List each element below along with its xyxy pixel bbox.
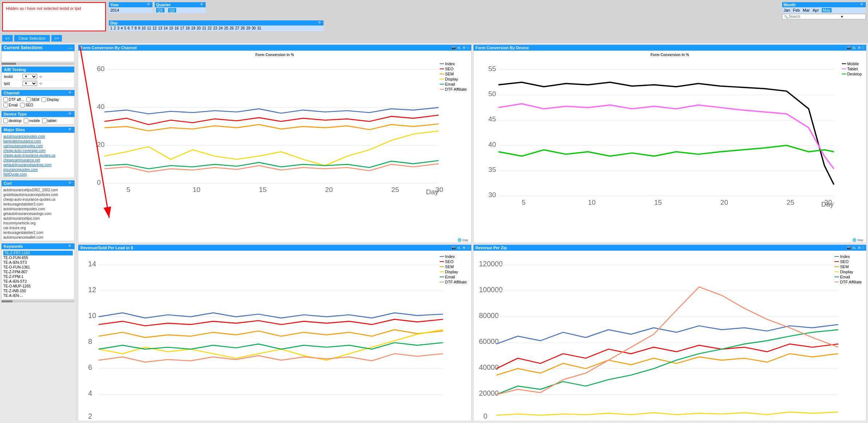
list-item[interactable]: TE-A-IEN-ST3 — [3, 260, 73, 265]
year-value: 2014 — [110, 8, 119, 12]
list-item[interactable]: cheap-auto-coverage.com — [3, 148, 73, 153]
chart2-xl-icon[interactable]: XL — [852, 46, 856, 50]
svg-text:20000: 20000 — [479, 389, 499, 397]
chart-form-conversion-channel: Form Conversion By Channel 📷 XL ⚙ □ Form… — [78, 44, 472, 243]
month-search-icon2: 🔍 — [784, 15, 788, 19]
list-item[interactable]: TE-Z-INB-150 — [3, 289, 73, 293]
quarter-q1[interactable]: Q1 — [156, 8, 165, 12]
svg-text:5: 5 — [522, 199, 526, 206]
major-sites-search-icon[interactable]: 🔍 — [68, 128, 72, 132]
list-item[interactable]: autoinsurancewallet.com — [3, 235, 73, 240]
chart1-xl-icon[interactable]: XL — [457, 46, 461, 50]
chart3-export-icon[interactable]: 📷 — [452, 246, 456, 250]
svg-text:2: 2 — [88, 412, 92, 420]
device-desktop-check[interactable]: desktop — [3, 118, 21, 123]
quarter-filter: Quarter 🔍 Q1 Q2 — [155, 2, 206, 19]
chart4-xl-icon[interactable]: XL — [852, 246, 856, 250]
ab-lpid-label: lpid — [4, 82, 20, 86]
device-tablet-check[interactable]: tablet — [42, 118, 56, 123]
list-item[interactable]: autoinsurancetips.com — [3, 216, 73, 221]
chart1-subtitle: Form Conversion in % — [80, 53, 469, 57]
svg-text:12: 12 — [88, 286, 96, 294]
chart3-xl-icon[interactable]: XL — [457, 246, 461, 250]
chart1-maximize-icon[interactable]: □ — [467, 46, 469, 50]
list-item[interactable]: ientouragestatetier3.com — [3, 202, 73, 207]
chart1-settings-icon[interactable]: ⚙ — [463, 46, 465, 50]
list-item[interactable]: guidetoautoinsurancepolicies.com — [3, 192, 73, 197]
clear-selection-button[interactable]: Clear Selection — [14, 35, 50, 42]
ab-testid-radio[interactable]: ○ — [39, 74, 42, 79]
chart-form-conversion-device: Form Conversion By Device 📷 XL ⚙ □ Form … — [473, 44, 867, 243]
ab-testid-select[interactable]: ▼ — [23, 74, 37, 79]
quarter-label: Quarter — [156, 3, 171, 7]
keywords-header: Keywords 🔍 — [1, 243, 75, 249]
chart3-maximize-icon[interactable]: □ — [467, 246, 469, 250]
list-item[interactable]: cheap-auto-insurance-quotes.us — [3, 197, 73, 202]
month-apr[interactable]: Apr — [813, 8, 819, 12]
list-item[interactable]: TE-Z-FPM-1 — [3, 274, 73, 279]
chart4-maximize-icon[interactable]: □ — [862, 246, 864, 250]
curl-search-icon[interactable]: 🔍 — [68, 181, 72, 185]
list-item[interactable]: insuremyvehicle.org — [3, 221, 73, 226]
list-item[interactable]: bankrateinsurance.com — [3, 139, 73, 144]
channel-sem-check[interactable]: SEM — [26, 97, 40, 102]
svg-text:5: 5 — [127, 186, 131, 193]
list-item[interactable]: NetQuote.com — [3, 172, 73, 177]
list-item[interactable]: carinsurancequotes.com — [3, 144, 73, 148]
month-search-input[interactable] — [789, 15, 840, 19]
svg-text:10: 10 — [588, 199, 595, 206]
list-item[interactable]: insurancequotes.com — [3, 167, 73, 172]
month-mar[interactable]: Mar — [803, 8, 810, 12]
ab-lpid-select[interactable]: ▼ — [23, 81, 37, 86]
svg-text:4: 4 — [88, 389, 92, 397]
list-item[interactable]: getautoinsurancesavings.com — [3, 211, 73, 216]
list-item[interactable]: autoinsurancequotes.com — [3, 134, 73, 139]
list-item[interactable]: getautoinsurancesavings.com — [3, 162, 73, 167]
month-feb[interactable]: Feb — [793, 8, 800, 12]
list-item[interactable]: autoinsurancetips1062_1002.com — [3, 188, 73, 192]
channel-display-check[interactable]: Display — [41, 97, 59, 102]
list-item[interactable]: TE-Z-FRT-1163 — [3, 251, 73, 255]
quarter-q2[interactable]: Q2 — [168, 8, 177, 12]
svg-text:25: 25 — [786, 199, 794, 206]
list-item[interactable]: TE-A-IEN-... — [3, 293, 73, 298]
channel-dtf-check[interactable]: DTF aff... — [3, 97, 24, 102]
prev-button[interactable]: << — [2, 35, 13, 42]
month-may[interactable]: May — [822, 8, 832, 12]
chart2-export-icon[interactable]: 📷 — [847, 46, 851, 50]
list-item[interactable]: ientouragestatetier2.com — [3, 230, 73, 235]
keywords-search-icon[interactable]: 🔍 — [68, 244, 72, 248]
list-item[interactable]: TE-Z-FPM-807 — [3, 270, 73, 274]
month-dropdown-icon[interactable]: ▼ — [840, 15, 844, 19]
chart1-export-icon[interactable]: 📷 — [452, 46, 456, 50]
svg-text:30: 30 — [824, 199, 832, 206]
list-item[interactable]: TE-O-FUN-655 — [3, 255, 73, 260]
month-search-icon: 🔍 — [860, 3, 864, 7]
svg-text:10: 10 — [193, 186, 200, 193]
ab-lpid-radio[interactable]: ○ — [39, 81, 42, 86]
svg-text:100000: 100000 — [479, 286, 502, 294]
svg-text:30: 30 — [436, 186, 443, 193]
month-jan[interactable]: Jan — [784, 8, 790, 12]
device-search-icon[interactable]: 🔍 — [68, 112, 72, 116]
collapse-icon[interactable]: — — [68, 46, 72, 50]
chart2-settings-icon[interactable]: ⚙ — [858, 46, 861, 50]
chart4-title: Revenue Per Zip — [476, 246, 507, 250]
list-item[interactable]: autoinsurancequotes.com — [3, 207, 73, 211]
list-item[interactable]: TE-O-MUP-1265 — [3, 284, 73, 289]
major-sites-title: Major Sites — [4, 128, 25, 132]
channel-seo-check[interactable]: SEO — [20, 103, 33, 107]
list-item[interactable]: car-insure.org — [3, 226, 73, 230]
chart4-settings-icon[interactable]: ⚙ — [858, 246, 861, 250]
chart2-maximize-icon[interactable]: □ — [862, 46, 864, 50]
channel-search-icon[interactable]: 🔍 — [68, 91, 72, 95]
list-item[interactable]: TE-A-IEN-ST2 — [3, 279, 73, 284]
chart4-export-icon[interactable]: 📷 — [847, 246, 851, 250]
chart3-settings-icon[interactable]: ⚙ — [463, 246, 465, 250]
list-item[interactable]: TE-O-FUN-1361 — [3, 265, 73, 270]
next-button[interactable]: >> — [51, 35, 62, 42]
list-item[interactable]: cheap-auto-insurance-quotes.us — [3, 153, 73, 158]
device-mobile-check[interactable]: mobile — [24, 118, 40, 123]
channel-email-check[interactable]: Email — [3, 103, 18, 107]
list-item[interactable]: cheapcarinsurance.net — [3, 158, 73, 162]
